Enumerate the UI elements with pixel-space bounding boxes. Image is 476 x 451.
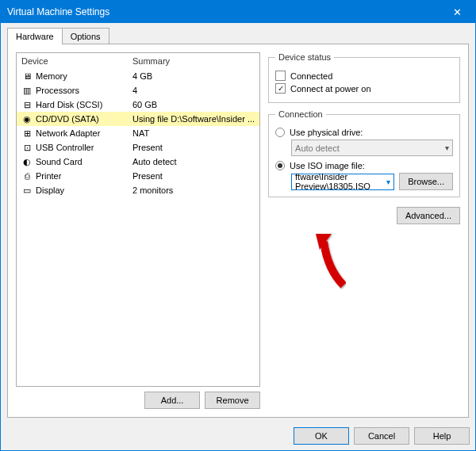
ok-button[interactable]: OK bbox=[294, 427, 349, 445]
add-button[interactable]: Add... bbox=[144, 392, 200, 409]
advanced-button[interactable]: Advanced... bbox=[397, 207, 460, 224]
table-row[interactable]: ⊟ Hard Disk (SCSI) 60 GB bbox=[17, 97, 259, 112]
titlebar: Virtual Machine Settings ✕ bbox=[1, 1, 475, 23]
iso-label: Use ISO image file: bbox=[290, 161, 365, 170]
cancel-button[interactable]: Cancel bbox=[354, 427, 409, 445]
tab-options[interactable]: Options bbox=[62, 28, 109, 44]
device-summary: Auto detect bbox=[132, 157, 255, 166]
tab-hardware[interactable]: Hardware bbox=[7, 28, 63, 44]
device-name: Display bbox=[36, 185, 132, 195]
device-list-header: Device Summary bbox=[17, 53, 259, 69]
iso-radio[interactable] bbox=[275, 161, 285, 170]
device-name: Memory bbox=[36, 71, 132, 81]
chevron-down-icon: ▾ bbox=[445, 143, 449, 152]
table-row[interactable]: 🖥 Memory 4 GB bbox=[17, 69, 259, 83]
device-name: Network Adapter bbox=[36, 128, 132, 138]
device-name: Hard Disk (SCSI) bbox=[36, 100, 132, 109]
network-icon: ⊞ bbox=[21, 128, 33, 139]
sound-icon: ◐ bbox=[21, 156, 33, 167]
device-summary: 4 bbox=[132, 86, 255, 95]
printer-icon: ⎙ bbox=[21, 170, 33, 182]
memory-icon: 🖥 bbox=[21, 71, 33, 82]
device-summary: NAT bbox=[132, 128, 255, 138]
connection-group: Connection Use physical drive: Auto dete… bbox=[268, 109, 460, 197]
iso-file-dropdown[interactable]: ftware\Insider Preview\18305.ISO ▾ bbox=[291, 174, 394, 190]
dvd-icon: ◉ bbox=[21, 113, 33, 124]
help-button[interactable]: Help bbox=[414, 427, 470, 445]
window-title: Virtual Machine Settings bbox=[7, 6, 440, 17]
table-row[interactable]: ◐ Sound Card Auto detect bbox=[17, 155, 259, 169]
device-summary: 4 GB bbox=[132, 71, 255, 81]
iso-file-value: ftware\Insider Preview\18305.ISO bbox=[295, 172, 386, 191]
column-summary[interactable]: Summary bbox=[132, 56, 255, 66]
device-summary: Using file D:\Software\Insider ... bbox=[132, 114, 255, 124]
table-row[interactable]: ⊞ Network Adapter NAT bbox=[17, 126, 259, 140]
table-row[interactable]: ⎙ Printer Present bbox=[17, 169, 259, 183]
device-name: Processors bbox=[36, 86, 132, 95]
settings-window: Virtual Machine Settings ✕ Hardware Opti… bbox=[0, 0, 476, 451]
physical-drive-radio[interactable] bbox=[275, 128, 285, 137]
table-row[interactable]: ▥ Processors 4 bbox=[17, 83, 259, 97]
tab-content: Device Summary 🖥 Memory 4 GB ▥ Processor… bbox=[7, 44, 469, 418]
physical-drive-label: Use physical drive: bbox=[290, 128, 363, 137]
connect-power-label: Connect at power on bbox=[290, 84, 371, 94]
chevron-down-icon[interactable]: ▾ bbox=[386, 178, 390, 186]
device-name: Sound Card bbox=[36, 157, 132, 166]
column-device[interactable]: Device bbox=[21, 56, 132, 66]
device-summary: 60 GB bbox=[132, 100, 255, 109]
display-icon: ▭ bbox=[21, 185, 33, 196]
device-status-legend: Device status bbox=[275, 52, 334, 62]
connected-checkbox[interactable] bbox=[275, 71, 286, 81]
table-row[interactable]: ◉ CD/DVD (SATA) Using file D:\Software\I… bbox=[17, 112, 259, 126]
connection-legend: Connection bbox=[275, 109, 326, 119]
tabs: Hardware Options bbox=[1, 23, 475, 44]
connected-label: Connected bbox=[290, 71, 332, 81]
device-summary: Present bbox=[132, 171, 255, 181]
device-name: USB Controller bbox=[36, 143, 132, 152]
device-name: CD/DVD (SATA) bbox=[36, 114, 132, 124]
close-icon[interactable]: ✕ bbox=[440, 1, 475, 23]
device-name: Printer bbox=[36, 171, 132, 181]
device-summary: 2 monitors bbox=[132, 185, 255, 195]
device-list: Device Summary 🖥 Memory 4 GB ▥ Processor… bbox=[16, 52, 260, 387]
connect-power-checkbox[interactable]: ✓ bbox=[275, 83, 286, 94]
physical-drive-dropdown: Auto detect ▾ bbox=[291, 140, 453, 156]
remove-button[interactable]: Remove bbox=[205, 392, 260, 409]
device-summary: Present bbox=[132, 143, 255, 152]
table-row[interactable]: ▭ Display 2 monitors bbox=[17, 183, 259, 197]
browse-button[interactable]: Browse... bbox=[399, 173, 453, 190]
cpu-icon: ▥ bbox=[21, 85, 33, 96]
device-status-group: Device status Connected ✓ Connect at pow… bbox=[268, 52, 460, 103]
disk-icon: ⊟ bbox=[21, 99, 33, 110]
physical-drive-value: Auto detect bbox=[295, 143, 340, 153]
table-row[interactable]: ⊡ USB Controller Present bbox=[17, 140, 259, 155]
usb-icon: ⊡ bbox=[21, 142, 33, 153]
